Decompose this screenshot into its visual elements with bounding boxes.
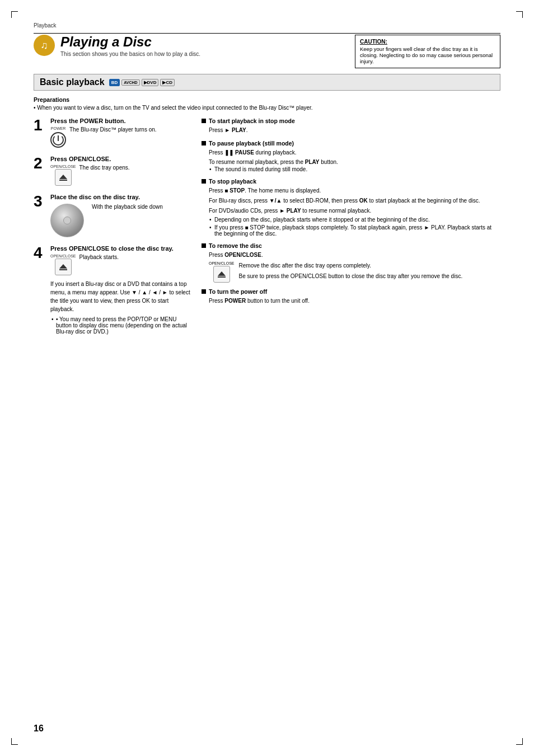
step-1-instruction: Press the POWER button. (50, 118, 190, 124)
open-close-label-1: OPEN/CLOSE (50, 165, 76, 168)
step-3: 3 Place the disc on the disc tray. With … (34, 194, 190, 237)
preparations-title: Preparations (34, 96, 500, 103)
right-column: To start playback in stop mode Press ► P… (202, 118, 500, 344)
section-pause-playback: To pause playback (still mode) Press ❚❚ … (202, 140, 500, 172)
bullet-square (202, 119, 206, 123)
step-4-extra2: • You may need to press the POP/TOP or M… (50, 316, 190, 335)
step-2: 2 Press OPEN/CLOSE. OPEN/CLOSE The disc … (34, 156, 190, 186)
step-3-instruction: Place the disc on the disc tray. (50, 194, 190, 200)
section-stop-playback: To stop playback Press ■ STOP. The home … (202, 178, 500, 237)
step-2-description: The disc tray opens. (79, 165, 130, 171)
power-label: POWER (51, 126, 65, 130)
caution-box: CAUTION: Keep your fingers well clear of… (355, 35, 500, 68)
stop-sub2: If you press ■ STOP twice, playback stop… (202, 224, 500, 237)
main-title: Playing a Disc (60, 35, 344, 49)
section-power-off: To turn the power off Press POWER button… (202, 288, 500, 305)
caution-title: CAUTION: (360, 39, 495, 45)
corner-mark-tl (11, 11, 18, 18)
header-row: ♫ Playing a Disc This section shows you … (34, 35, 500, 68)
stop-sub1: Depending on the disc, playback starts w… (202, 217, 500, 223)
power-off-title: To turn the power off (209, 288, 267, 295)
remove-text-1: Remove the disc after the disc tray open… (239, 261, 463, 270)
pause-title: To pause playback (still mode) (209, 140, 294, 147)
remove-eject-icon: OPEN/CLOSE (209, 261, 235, 283)
corner-mark-br (516, 738, 523, 745)
step-1-description: The Blu-ray Disc™ player turns on. (69, 126, 157, 133)
section-start-playback: To start playback in stop mode Press ► P… (202, 118, 500, 134)
open-close-label-2: OPEN/CLOSE (50, 254, 76, 258)
steps-column: 1 Press the POWER button. POWER The Blu-… (34, 118, 190, 344)
remove-title: To remove the disc (209, 242, 262, 249)
title-text-block: Playing a Disc This section shows you th… (60, 35, 344, 57)
basic-playback-title: Basic playback (40, 77, 105, 87)
badge-avchd: AVCHD (121, 79, 139, 86)
step-4-description: Playback starts. (79, 254, 119, 260)
step-4: 4 Press OPEN/CLOSE to close the disc tra… (34, 245, 190, 336)
breadcrumb: Playback (34, 22, 500, 29)
stop-title: To stop playback (209, 178, 256, 185)
power-button-icon: POWER (50, 126, 66, 148)
start-playback-title: To start playback in stop mode (209, 118, 295, 124)
preparations-section: Preparations • When you want to view a d… (34, 96, 500, 111)
pause-sub-note: The sound is muted during still mode. (202, 166, 500, 172)
pause-body: Press ❚❚ PAUSE during playback. (202, 148, 500, 157)
open-close-icon-1: OPEN/CLOSE (50, 165, 76, 186)
badge-dvd: ▶DVD (142, 79, 159, 86)
step-4-instruction: Press OPEN/CLOSE to close the disc tray. (50, 245, 190, 252)
preparations-note: • When you want to view a disc, turn on … (34, 105, 500, 111)
section-remove-disc: To remove the disc Press OPEN/CLOSE. OPE… (202, 242, 500, 283)
start-playback-body: Press ► PLAY. (202, 126, 500, 134)
disc-badges: BD AVCHD ▶DVD ▶CD (109, 79, 175, 86)
divider (34, 33, 500, 34)
title-icon: ♫ (34, 35, 55, 56)
remove-disc-detail: OPEN/CLOSE Remove the disc after the dis… (202, 261, 500, 283)
open-close-icon-2: OPEN/CLOSE (50, 254, 76, 275)
basic-playback-header: Basic playback BD AVCHD ▶DVD ▶CD (34, 74, 500, 91)
page-number: 16 (34, 724, 44, 734)
title-block: ♫ Playing a Disc This section shows you … (34, 35, 344, 57)
caution-text: Keep your fingers well clear of the disc… (360, 46, 495, 64)
step-2-instruction: Press OPEN/CLOSE. (50, 156, 190, 162)
corner-mark-tr (516, 11, 523, 18)
corner-mark-bl (11, 738, 18, 745)
main-content: 1 Press the POWER button. POWER The Blu-… (34, 118, 500, 344)
disc-image (50, 204, 84, 237)
step-1: 1 Press the POWER button. POWER The Blu-… (34, 118, 190, 148)
badge-bd: BD (109, 79, 120, 86)
subtitle: This section shows you the basics on how… (60, 51, 344, 57)
step-3-description: With the playback side down (92, 204, 163, 210)
step-4-extra1: If you insert a Blu-ray disc or a DVD th… (50, 280, 190, 313)
badge-cd: ▶CD (160, 79, 175, 86)
